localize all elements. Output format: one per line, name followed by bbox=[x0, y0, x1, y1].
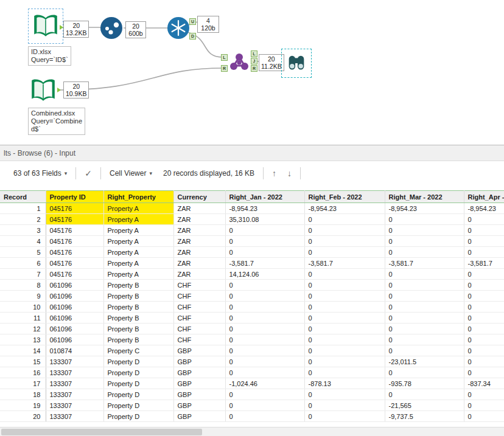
prev-record-button[interactable]: ↑ bbox=[270, 166, 279, 181]
table-cell[interactable]: 0 bbox=[304, 214, 385, 225]
record-number[interactable]: 7 bbox=[0, 269, 46, 280]
table-cell[interactable]: 0 bbox=[385, 247, 464, 258]
table-cell[interactable]: -8,954.23 bbox=[385, 203, 464, 214]
record-number[interactable]: 19 bbox=[0, 400, 46, 411]
unique-tool[interactable] bbox=[167, 17, 189, 39]
table-cell[interactable]: 0 bbox=[304, 324, 385, 334]
table-cell[interactable]: 045176 bbox=[46, 258, 103, 269]
table-cell[interactable]: -9,737.5 bbox=[385, 411, 464, 422]
table-cell[interactable]: 133307 bbox=[46, 367, 103, 378]
table-cell[interactable]: 0 bbox=[304, 280, 385, 291]
table-cell[interactable]: 0 bbox=[464, 214, 504, 225]
table-cell[interactable]: ZAR bbox=[173, 247, 225, 258]
table-cell[interactable]: 061096 bbox=[46, 324, 103, 334]
column-header-right-feb-2022[interactable]: Right_Feb - 2022 bbox=[304, 191, 385, 203]
annotation-input-id[interactable]: 20 13.2KB bbox=[63, 21, 89, 38]
join-output-r[interactable]: R bbox=[251, 65, 257, 72]
table-cell[interactable]: -1,024.46 bbox=[225, 378, 304, 389]
table-cell[interactable]: Property D bbox=[103, 378, 173, 389]
table-cell[interactable]: 010874 bbox=[46, 345, 103, 356]
table-cell[interactable]: 0 bbox=[464, 324, 504, 334]
table-cell[interactable]: 133307 bbox=[46, 389, 103, 400]
table-cell[interactable]: 0 bbox=[464, 269, 504, 280]
table-cell[interactable]: 0 bbox=[304, 345, 385, 356]
join-output-j[interactable]: J bbox=[251, 58, 257, 64]
record-number[interactable]: 9 bbox=[0, 291, 46, 302]
table-cell[interactable]: GBP bbox=[173, 367, 225, 378]
table-cell[interactable]: Property A bbox=[103, 258, 173, 269]
table-cell[interactable]: 0 bbox=[464, 345, 504, 356]
table-cell[interactable]: 0 bbox=[225, 334, 304, 345]
record-number[interactable]: 8 bbox=[0, 280, 46, 291]
join-input-r[interactable]: R bbox=[221, 65, 228, 72]
output-anchor[interactable] bbox=[57, 88, 63, 92]
table-cell[interactable]: 0 bbox=[225, 367, 304, 378]
join-tool[interactable] bbox=[228, 50, 251, 74]
record-number[interactable]: 17 bbox=[0, 378, 46, 389]
table-cell[interactable]: GBP bbox=[173, 356, 225, 367]
table-cell[interactable]: -837.34 bbox=[464, 378, 504, 389]
input-combined-label[interactable]: Combined.xlsx Query=`Combine d$` bbox=[28, 108, 85, 135]
table-cell[interactable]: 0 bbox=[304, 356, 385, 367]
unique-output-d[interactable]: D bbox=[189, 33, 196, 40]
table-cell[interactable]: 061096 bbox=[46, 334, 103, 345]
table-cell[interactable]: 0 bbox=[385, 367, 464, 378]
table-cell[interactable]: 0 bbox=[304, 367, 385, 378]
unique-output-u[interactable]: U bbox=[189, 18, 196, 25]
record-number[interactable]: 13 bbox=[0, 334, 46, 345]
check-dots-tool[interactable] bbox=[100, 17, 122, 39]
table-cell[interactable]: Property B bbox=[103, 302, 173, 313]
table-cell[interactable]: 0 bbox=[385, 389, 464, 400]
table-cell[interactable]: 0 bbox=[385, 302, 464, 313]
table-cell[interactable]: ZAR bbox=[173, 236, 225, 247]
table-cell[interactable]: 0 bbox=[464, 225, 504, 236]
next-record-button[interactable]: ↓ bbox=[285, 166, 294, 181]
table-cell[interactable]: 045176 bbox=[46, 225, 103, 236]
cell-viewer-dropdown[interactable]: Cell Viewer ▾ bbox=[107, 167, 155, 180]
table-cell[interactable]: -878.13 bbox=[304, 378, 385, 389]
table-cell[interactable]: GBP bbox=[173, 389, 225, 400]
table-cell[interactable]: Property D bbox=[103, 356, 173, 367]
record-number[interactable]: 3 bbox=[0, 225, 46, 236]
record-number[interactable]: 5 bbox=[0, 247, 46, 258]
table-cell[interactable]: 0 bbox=[385, 236, 464, 247]
table-cell[interactable]: 0 bbox=[464, 247, 504, 258]
table-cell[interactable]: 0 bbox=[225, 400, 304, 411]
table-cell[interactable]: 0 bbox=[385, 269, 464, 280]
scrollbar-thumb[interactable] bbox=[1, 429, 202, 435]
table-cell[interactable]: Property A bbox=[103, 214, 173, 225]
table-cell[interactable]: CHF bbox=[173, 302, 225, 313]
table-cell[interactable]: 0 bbox=[225, 225, 304, 236]
table-cell[interactable]: 0 bbox=[464, 411, 504, 422]
fields-dropdown[interactable]: 63 of 63 Fields ▾ bbox=[11, 167, 69, 180]
table-cell[interactable]: Property B bbox=[103, 313, 173, 324]
record-number[interactable]: 20 bbox=[0, 411, 46, 422]
table-cell[interactable]: 0 bbox=[304, 400, 385, 411]
table-cell[interactable]: 0 bbox=[225, 302, 304, 313]
table-cell[interactable]: 0 bbox=[304, 411, 385, 422]
table-cell[interactable]: 0 bbox=[385, 334, 464, 345]
table-cell[interactable]: 0 bbox=[225, 280, 304, 291]
table-cell[interactable]: 061096 bbox=[46, 313, 103, 324]
table-cell[interactable]: Property B bbox=[103, 334, 173, 345]
table-cell[interactable]: Property A bbox=[103, 225, 173, 236]
table-cell[interactable]: Property A bbox=[103, 236, 173, 247]
table-cell[interactable]: 0 bbox=[464, 367, 504, 378]
column-header-currency[interactable]: Currency bbox=[173, 191, 225, 203]
table-cell[interactable]: 0 bbox=[464, 356, 504, 367]
column-header-record[interactable]: Record bbox=[0, 191, 46, 203]
table-cell[interactable]: 0 bbox=[464, 389, 504, 400]
table-cell[interactable]: -21,565 bbox=[385, 400, 464, 411]
table-cell[interactable]: Property A bbox=[103, 269, 173, 280]
table-cell[interactable]: 0 bbox=[464, 236, 504, 247]
column-header-right-mar-2022[interactable]: Right_Mar - 2022 bbox=[385, 191, 464, 203]
table-cell[interactable]: CHF bbox=[173, 291, 225, 302]
table-cell[interactable]: 0 bbox=[304, 291, 385, 302]
table-cell[interactable]: -3,581.7 bbox=[385, 258, 464, 269]
record-number[interactable]: 4 bbox=[0, 236, 46, 247]
table-cell[interactable]: 0 bbox=[385, 324, 464, 334]
record-number[interactable]: 11 bbox=[0, 313, 46, 324]
table-cell[interactable]: -8,954.23 bbox=[304, 203, 385, 214]
table-cell[interactable]: 045176 bbox=[46, 214, 103, 225]
table-cell[interactable]: 133307 bbox=[46, 411, 103, 422]
